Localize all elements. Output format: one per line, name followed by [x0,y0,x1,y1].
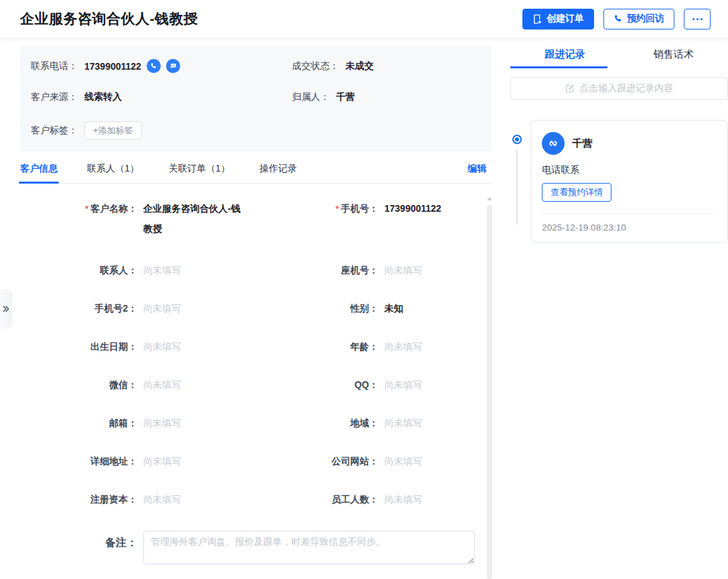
field-value: 尚未填写 [143,340,181,353]
followup-input[interactable]: 点击输入跟进记录内容 [510,77,728,100]
field-value: 尚未填写 [143,378,181,391]
followup-panel: 跟进记录 销售话术 点击输入跟进记录内容 [510,38,728,579]
edit-link[interactable]: 编辑 [467,163,486,183]
customer-source-value: 线索转入 [84,91,122,103]
field-value: 未知 [384,302,403,315]
field-value: 尚未填写 [384,378,422,391]
customer-info-form: *客户名称： 企业服务咨询合伙人-钱教授 *手机号： 17399001122 联… [20,184,492,579]
tab-customer-info[interactable]: 客户信息 [20,163,58,183]
field-value: 尚未填写 [384,340,422,353]
document-plus-icon [532,14,542,24]
schedule-callback-button[interactable]: 预约回访 [603,9,674,29]
scrollbar-up-arrow-icon[interactable] [487,197,492,200]
field-label: 出生日期： [20,340,137,353]
form-row: 微信： 尚未填写 QQ： 尚未填写 [20,378,492,391]
field-value: 17399001122 [384,202,441,239]
edit-icon [565,84,575,93]
field-label: *客户名称： [20,202,137,239]
tab-sales-scripts[interactable]: 销售话术 [620,43,728,68]
owner-label: 归属人： [292,91,330,103]
scrollbar-thumb[interactable] [487,205,492,579]
field-value: 尚未填写 [384,493,422,506]
remark-textarea[interactable]: 管理海外客户询盘、报价及跟单，时差导致信息不同步。 [143,531,475,564]
create-order-button[interactable]: 创建订单 [522,9,594,29]
customer-tags-label: 客户标签： [31,125,78,137]
timeline-rail [510,120,530,243]
field-label: 注册资本： [20,493,137,506]
form-row: 手机号2： 尚未填写 性别： 未知 [20,302,492,315]
tab-operation-log[interactable]: 操作记录 [260,163,297,183]
remark-row: 备注： 管理海外客户询盘、报价及跟单，时差导致信息不同步。 [20,531,492,564]
record-divider [542,213,717,214]
avatar [542,132,565,155]
field-label: 手机号2： [20,302,137,315]
customer-detail-panel: 联系电话： 17399001122 成交状态： 未成交 [20,38,492,579]
field-label: 座机号： [281,263,378,277]
field-value: 尚未填写 [384,416,422,430]
field-label: 性别： [281,302,378,315]
field-value: 尚未填写 [143,302,181,315]
more-icon [693,18,703,20]
sidebar-expand-handle[interactable] [0,290,12,328]
form-row: 邮箱： 尚未填写 地域： 尚未填写 [20,416,492,430]
main-scrollbar[interactable] [487,197,492,579]
add-tag-button[interactable]: +添加标签 [84,121,142,139]
owner-value: 千营 [336,91,355,103]
field-value: 尚未填写 [143,416,181,430]
customer-source-label: 客户来源： [31,91,78,103]
field-label: *手机号： [281,202,378,239]
timeline-dot-icon [512,135,522,144]
double-chevron-right-icon [2,305,10,313]
more-actions-button[interactable] [684,9,711,29]
field-label: QQ： [281,378,378,391]
contact-phone-label: 联系电话： [31,60,78,72]
form-row: 联系人： 尚未填写 座机号： 尚未填写 [20,263,492,277]
detail-tabbar: 客户信息 联系人（1） 关联订单（1） 操作记录 编辑 [20,161,492,184]
header-actions: 创建订单 预约回访 [522,9,711,29]
form-row: 注册资本： 尚未填写 员工人数： 尚未填写 [20,493,492,506]
phone-icon [613,14,623,23]
required-mark: * [85,204,88,214]
followup-record-card: 千营 电话联系 查看预约详情 2025-12-19 08:23:10 [530,120,728,243]
sms-icon[interactable] [166,59,180,73]
view-appointment-button[interactable]: 查看预约详情 [542,183,611,202]
form-row: 详细地址： 尚未填写 公司网站： 尚未填写 [20,454,492,468]
field-label: 地域： [281,416,378,430]
field-label: 详细地址： [20,454,137,468]
field-label: 员工人数： [281,493,378,506]
page-title: 企业服务咨询合伙人-钱教授 [20,9,198,28]
field-label: 微信： [20,378,137,391]
followup-tabbar: 跟进记录 销售话术 [510,43,728,68]
timeline-line [516,149,518,224]
field-label: 年龄： [281,340,378,353]
form-row: 出生日期： 尚未填写 年龄： 尚未填写 [20,340,492,353]
tab-followup-records[interactable]: 跟进记录 [510,43,619,68]
content: 联系电话： 17399001122 成交状态： 未成交 [0,38,728,579]
field-value: 尚未填写 [143,493,181,506]
field-value: 尚未填写 [143,454,181,468]
record-author: 千营 [572,137,592,150]
field-value: 尚未填写 [143,263,181,277]
field-label: 公司网站： [281,454,378,468]
field-label: 联系人： [20,263,137,277]
field-value: 尚未填写 [384,263,422,277]
deal-status-label: 成交状态： [292,60,339,72]
call-icon[interactable] [147,59,161,73]
followup-input-placeholder: 点击输入跟进记录内容 [579,82,673,94]
customer-summary-card: 联系电话： 17399001122 成交状态： 未成交 [20,46,492,151]
remark-label: 备注： [20,531,137,564]
deal-status-value: 未成交 [346,60,374,72]
record-action: 电话联系 [542,164,717,176]
contact-phone-value: 17399001122 [84,61,141,72]
tab-contacts[interactable]: 联系人（1） [87,163,139,183]
record-timestamp: 2025-12-19 08:23:10 [542,222,717,233]
field-value: 尚未填写 [384,454,422,468]
page-header: 企业服务咨询合伙人-钱教授 创建订单 预约回访 [0,0,728,38]
field-label: 邮箱： [20,416,137,430]
field-value: 企业服务咨询合伙人-钱教授 [143,198,244,239]
required-mark: * [336,204,339,214]
tab-related-orders[interactable]: 关联订单（1） [169,163,230,183]
page: 企业服务咨询合伙人-钱教授 创建订单 预约回访 [0,0,728,579]
form-row: *客户名称： 企业服务咨询合伙人-钱教授 *手机号： 17399001122 [20,202,492,239]
followup-timeline: 千营 电话联系 查看预约详情 2025-12-19 08:23:10 [510,120,728,243]
